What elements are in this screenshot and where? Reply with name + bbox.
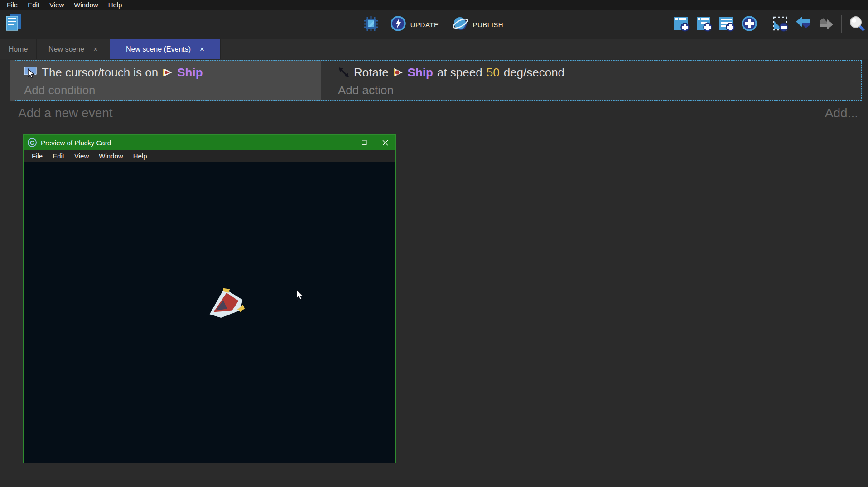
tab-close-icon[interactable]: × [93, 45, 98, 54]
condition-text: The cursor/touch is on [42, 66, 158, 80]
preview-window: G Preview of Plucky Card File Edit [23, 134, 396, 463]
publish-label: PUBLISH [473, 21, 504, 29]
debug-icon [362, 15, 380, 34]
add-event-icon [673, 15, 690, 34]
event-conditions-column[interactable]: The cursor/touch is on Ship Add conditio… [10, 60, 321, 101]
action-sentence[interactable]: Rotate Ship at speed 50 deg/second [321, 60, 862, 81]
condition-sentence[interactable]: The cursor/touch is on Ship [10, 60, 321, 81]
menu-edit[interactable]: Edit [23, 0, 44, 10]
menu-file[interactable]: File [2, 0, 23, 10]
undo-button[interactable] [794, 15, 812, 33]
preview-titlebar[interactable]: G Preview of Plucky Card [24, 135, 395, 150]
tab-new-scene-events[interactable]: New scene (Events) × [110, 39, 221, 59]
add-more-button[interactable]: Add... [825, 106, 858, 120]
preview-menu-view[interactable]: View [69, 152, 94, 160]
ship-object-icon [393, 67, 404, 77]
update-button[interactable]: UPDATE [387, 14, 442, 35]
add-new-event-row: Add a new event Add... [18, 106, 858, 120]
add-other-event-icon [741, 15, 758, 34]
search-icon [849, 15, 866, 34]
action-unit: deg/second [504, 66, 564, 80]
condition-object-name: Ship [177, 66, 203, 80]
mouse-cursor-icon [296, 290, 304, 303]
update-lightning-icon [390, 15, 406, 33]
publish-planet-icon [452, 15, 469, 34]
redo-button[interactable] [817, 15, 835, 33]
preview-menu-file[interactable]: File [27, 152, 48, 160]
add-action-label: Add action [338, 83, 394, 97]
minimize-button[interactable] [333, 135, 354, 150]
undo-icon [795, 15, 812, 34]
ship-object-icon [162, 67, 173, 77]
remove-event-button[interactable] [772, 15, 790, 33]
rotate-icon [338, 67, 350, 78]
close-button[interactable] [375, 135, 395, 150]
event-row[interactable]: The cursor/touch is on Ship Add conditio… [10, 60, 862, 101]
main-toolbar: UPDATE PUBLISH [0, 10, 868, 39]
main-menubar: File Edit View Window Help [0, 0, 868, 10]
debug-button[interactable] [362, 15, 380, 33]
menu-help[interactable]: Help [103, 0, 127, 10]
add-action-button[interactable]: Add action [321, 81, 862, 99]
redo-icon [817, 15, 834, 34]
publish-button[interactable]: PUBLISH [449, 13, 506, 36]
toolbar-right [672, 10, 866, 39]
action-object-name: Ship [408, 66, 433, 80]
action-speed-value[interactable]: 50 [487, 66, 500, 80]
action-text: at speed [437, 66, 482, 80]
preview-menu-edit[interactable]: Edit [48, 152, 69, 160]
toolbar-separator [765, 15, 765, 33]
add-other-event-button[interactable] [740, 15, 758, 33]
game-canvas[interactable] [24, 162, 395, 463]
cursor-on-object-icon [24, 67, 38, 78]
preview-window-title: Preview of Plucky Card [41, 139, 333, 147]
add-subevent-button[interactable] [695, 15, 713, 33]
add-comment-button[interactable] [718, 15, 736, 33]
add-condition-button[interactable]: Add condition [10, 81, 321, 99]
tab-new-scene-events-label: New scene (Events) [126, 45, 191, 53]
menu-window[interactable]: Window [69, 0, 103, 10]
tab-close-icon[interactable]: × [200, 45, 204, 54]
tab-new-scene-label: New scene [48, 45, 84, 53]
menu-view[interactable]: View [44, 0, 69, 10]
search-events-button[interactable] [848, 15, 866, 33]
event-actions-column[interactable]: Rotate Ship at speed 50 deg/second Add [321, 60, 862, 101]
ship-sprite [201, 279, 250, 326]
preview-menu-help[interactable]: Help [128, 152, 152, 160]
maximize-button[interactable] [354, 135, 375, 150]
action-verb: Rotate [354, 66, 389, 80]
tab-bar: Home New scene × New scene (Events) × [0, 39, 868, 59]
tab-home-label: Home [9, 45, 28, 53]
toolbar-separator [841, 15, 842, 33]
add-new-event-button[interactable]: Add a new event [18, 106, 113, 120]
add-comment-icon [718, 15, 735, 34]
preview-menu-window[interactable]: Window [94, 152, 128, 160]
add-condition-label: Add condition [24, 83, 96, 97]
events-sheet: The cursor/touch is on Ship Add conditio… [0, 59, 868, 487]
update-label: UPDATE [410, 21, 439, 29]
add-event-button[interactable] [672, 15, 690, 33]
add-subevent-icon [695, 15, 713, 34]
tab-home[interactable]: Home [0, 39, 37, 59]
gdevelop-window: File Edit View Window Help [0, 0, 868, 487]
tab-new-scene[interactable]: New scene × [37, 39, 110, 59]
remove-event-icon [772, 15, 789, 34]
preview-menubar: File Edit View Window Help [24, 150, 395, 162]
gdevelop-logo-icon: G [28, 138, 37, 147]
